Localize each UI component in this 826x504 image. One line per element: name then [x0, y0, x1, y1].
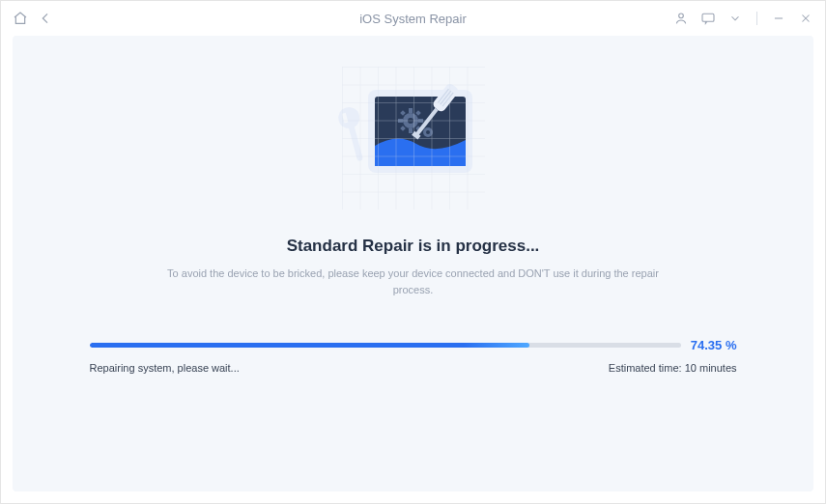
progress-heading: Standard Repair is in progress... [287, 237, 540, 256]
progress-bar [90, 343, 681, 348]
main-panel: Standard Repair is in progress... To avo… [13, 36, 813, 491]
progress-labels: Repairing system, please wait... Estimat… [90, 362, 737, 374]
titlebar-separator [756, 12, 757, 25]
progress-area: 74.35 % Repairing system, please wait...… [90, 338, 737, 374]
svg-point-0 [679, 14, 684, 18]
close-icon[interactable] [798, 11, 813, 26]
titlebar-left-group [13, 11, 53, 26]
progress-percent-label: 74.35 % [691, 338, 737, 352]
home-icon[interactable] [13, 11, 28, 26]
titlebar: iOS System Repair [1, 1, 825, 36]
progress-eta-text: Estimated time: 10 minutes [609, 362, 737, 374]
repair-illustration [317, 63, 510, 217]
user-icon[interactable] [673, 11, 689, 26]
minimize-icon[interactable] [771, 11, 786, 26]
progress-row: 74.35 % [90, 338, 737, 352]
progress-bar-fill [90, 343, 529, 348]
feedback-icon[interactable] [700, 11, 716, 26]
titlebar-right-group [673, 11, 813, 26]
grid-background-icon [342, 67, 485, 210]
progress-subtext: To avoid the device to be bricked, pleas… [162, 266, 665, 297]
chevron-down-icon[interactable] [727, 11, 743, 26]
window-title: iOS System Repair [359, 12, 467, 26]
progress-status-text: Repairing system, please wait... [90, 362, 240, 374]
back-icon[interactable] [38, 11, 53, 26]
svg-rect-2 [342, 67, 485, 210]
